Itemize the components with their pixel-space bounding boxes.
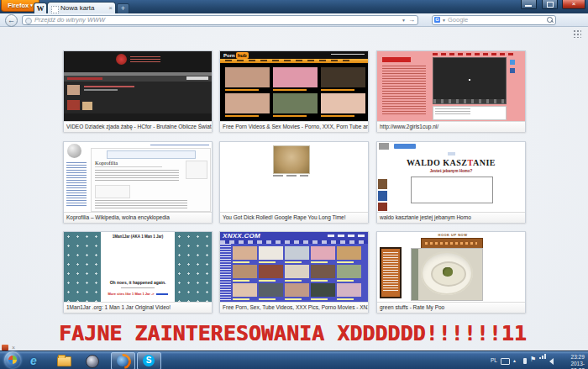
screen: Firefox ▾ W Nowa karta × + × ← Przejdź d… [0, 0, 588, 369]
decor-block [64, 113, 212, 121]
window-titlebar: Firefox ▾ W Nowa karta × + × [0, 0, 588, 13]
skype-icon: S [143, 355, 155, 366]
window-controls: × [520, 0, 585, 8]
thumbnail-dickroll[interactable]: You Got Dick Rolled! Google Rape You Lon… [219, 141, 369, 223]
volume-icon[interactable] [549, 358, 554, 365]
video-thumb [233, 283, 257, 297]
thumbnail-pornhub[interactable]: Pornhub Free Porn Videos & Sex Movies - … [219, 50, 369, 132]
video-thumb [337, 246, 361, 260]
search-placeholder: Google [448, 16, 468, 24]
action-center-flag-icon[interactable]: ⚑ [530, 356, 536, 363]
player-controls [433, 99, 506, 103]
back-button[interactable]: ← [5, 14, 18, 27]
page-column: 1Man1Jar (AKA 1 Man 1 Jar) Oh noes, it h… [101, 232, 175, 302]
search-icon[interactable] [547, 17, 553, 23]
site-logo: Pornhub [223, 52, 249, 59]
start-button[interactable] [4, 351, 21, 368]
decor-block [225, 60, 351, 61]
video-thumb [285, 265, 309, 278]
decor-block [225, 115, 363, 117]
site-logo: XNXX.COM [223, 232, 260, 240]
decor-block [433, 53, 517, 55]
thumbnail-preview: HOOK UP NOW [377, 232, 525, 302]
taskbar-app-icon[interactable] [86, 355, 99, 368]
decor-block [95, 170, 179, 182]
google-icon[interactable]: G [434, 17, 440, 23]
heading-part: ANIE [473, 158, 496, 167]
decor-block [121, 287, 155, 288]
pinned-tab-wikipedia[interactable]: W [34, 3, 47, 14]
thumbnail-ratemypoo[interactable]: HOOK UP NOW green stuffs - Rate My Poo [376, 231, 526, 313]
close-window-button[interactable]: × [562, 0, 585, 9]
taskbar-firefox-button[interactable] [111, 352, 135, 369]
decor-block [233, 280, 361, 282]
decor-block [435, 108, 470, 115]
keyboard-icon[interactable] [501, 358, 510, 365]
decor-block [331, 54, 365, 55]
video-player [433, 57, 507, 104]
page-image [273, 145, 310, 174]
share-icon [510, 68, 515, 73]
decor-block [379, 143, 389, 150]
tab-nowa-karta[interactable]: Nowa karta × [47, 2, 116, 14]
address-placeholder: Przejdź do witryny WWW [34, 16, 105, 24]
thumbnail-preview: Koprofilia [64, 142, 212, 212]
link-text: More sites like 1 Man 1 Jar -> [108, 292, 154, 296]
video-thumb [337, 265, 361, 278]
logo-text: Porn [223, 53, 235, 58]
video-thumb [285, 283, 309, 297]
show-hidden-icons[interactable]: ▲ [512, 358, 517, 363]
infobox [186, 161, 207, 179]
decor-block [82, 102, 92, 110]
thumbnail-preview [220, 142, 368, 212]
battery-icon[interactable] [523, 358, 527, 364]
chevron-down-icon: ▾ [30, 3, 33, 8]
decor-block [130, 56, 160, 64]
close-tab-icon[interactable]: × [108, 3, 113, 14]
grid-toggle-icon[interactable] [572, 29, 581, 38]
chevron-down-icon[interactable]: ▼ [442, 16, 446, 24]
thumbnail-preview [377, 51, 525, 121]
site-logo [116, 54, 127, 65]
thumbnail-2girls1cup[interactable]: http://www.2girls1cup.nl/ [376, 50, 526, 132]
app-mini-icon [2, 345, 8, 351]
thumbnail-xnxx[interactable]: XNXX.COM Free Porn, Sex, Tube Videos, XX… [219, 231, 369, 313]
thumbnail-caption: http://www.2girls1cup.nl/ [377, 121, 525, 132]
language-indicator[interactable]: PL [491, 357, 497, 363]
logo-badge: hub [236, 52, 249, 59]
taskbar-internet-explorer-icon[interactable]: e [30, 354, 44, 367]
maximize-button[interactable] [542, 0, 558, 9]
video-thumb [311, 283, 335, 297]
decor-block [382, 57, 411, 62]
taskbar-clock[interactable]: 23:29 2013-02-23 [570, 354, 585, 369]
decor-block [67, 100, 80, 110]
decor-block [378, 203, 387, 211]
windows-flag-icon [8, 356, 17, 364]
decor-block [95, 200, 187, 208]
video-thumb [225, 67, 270, 87]
thumbnail-preview [64, 51, 212, 121]
taskbar-skype-button[interactable]: S [137, 352, 161, 369]
decor-block [328, 235, 365, 237]
minimize-button[interactable] [521, 0, 537, 9]
thumbnail-1man1jar[interactable]: 1Man1Jar (AKA 1 Man 1 Jar) Oh noes, it h… [63, 231, 213, 313]
taskbar-explorer-icon[interactable] [57, 356, 71, 366]
thumbnail-preview: 1Man1Jar (AKA 1 Man 1 Jar) Oh noes, it h… [64, 232, 212, 302]
link-blue [156, 293, 168, 295]
decor-block [448, 152, 455, 156]
share-icon [510, 60, 515, 65]
history-dropdown-icon[interactable]: ▼ [402, 16, 406, 24]
go-arrow-icon[interactable]: → [408, 16, 415, 24]
thumbnail-wikipedia[interactable]: Koprofilia Koprofilia – Wikipedia, wolna… [63, 141, 213, 223]
video-thumb [233, 246, 257, 260]
decor-block [383, 252, 398, 293]
thumbnail-hcfor[interactable]: VIDEO Dziadek zjada żabę - HCfor - Bruta… [63, 50, 213, 132]
search-bar[interactable]: G ▼ Google [432, 15, 556, 25]
address-bar[interactable]: Przejdź do witryny WWW ▼ → [22, 15, 418, 25]
page-message: Oh noes, it happened again. [101, 280, 175, 285]
decor-block [382, 66, 426, 114]
decor-block [443, 267, 453, 277]
thumbnail-waldo[interactable]: WALDO KASZTANIE Jesteś jebanym Homo? wal… [376, 141, 526, 223]
decor-block [233, 298, 361, 300]
search-box [411, 177, 493, 203]
